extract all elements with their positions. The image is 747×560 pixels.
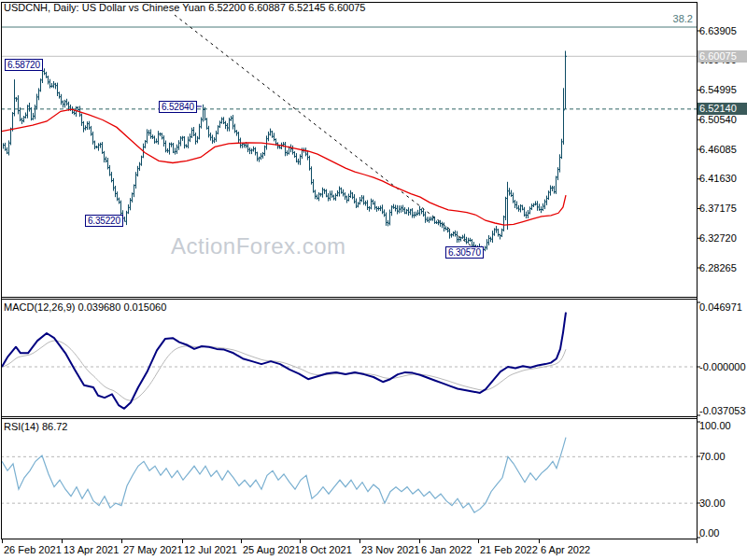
- price-marker-label[interactable]: 6.35220: [85, 215, 123, 227]
- macd-axis-label: -0.037053: [699, 405, 746, 416]
- rsi-indicator-label: RSI(14) 86.72: [4, 421, 67, 432]
- rsi-axis-label: 100.00: [699, 420, 731, 431]
- last-price-badge: 6.60075: [698, 50, 747, 63]
- price-axis-label: 6.28265: [699, 262, 737, 273]
- chart-title: USDCNH, Daily: US Dollar vs Chinese Yuan…: [4, 2, 365, 13]
- price-marker-label[interactable]: 6.52840: [159, 101, 197, 113]
- date-axis-label: 27 May 2021: [123, 544, 183, 555]
- price-axis-label: 6.37175: [699, 203, 737, 214]
- chart-window: USDCNH, Daily: US Dollar vs Chinese Yuan…: [0, 0, 747, 560]
- moving-average-line[interactable]: [2, 109, 566, 225]
- macd-axis-label: 0.046971: [699, 301, 742, 313]
- date-axis-label: 6 Apr 2022: [541, 544, 590, 555]
- date-axis-label: 8 Oct 2021: [302, 544, 352, 555]
- bid-price-badge: 6.52140: [698, 103, 747, 115]
- rsi-axis-label: 0.00: [699, 527, 719, 539]
- price-marker-label[interactable]: 6.30570: [445, 246, 484, 259]
- rsi-axis-label: 30.00: [699, 497, 726, 509]
- rsi-line[interactable]: [2, 438, 566, 512]
- price-marker-label[interactable]: 6.58720: [5, 59, 43, 71]
- price-axis-label: 6.32720: [699, 232, 737, 244]
- rsi-axis-label: 70.00: [699, 451, 726, 462]
- price-axis-label: 6.41630: [699, 173, 737, 184]
- date-axis-label: 26 Feb 2021: [4, 544, 62, 555]
- macd-axis-label: -0.000000: [699, 361, 746, 372]
- date-axis-label: 6 Jan 2022: [421, 544, 472, 555]
- date-axis-label: 23 Nov 2021: [361, 544, 419, 555]
- price-plot[interactable]: [0, 0, 747, 560]
- price-axis-label: 6.46085: [699, 144, 737, 155]
- descending-trendline[interactable]: [175, 15, 475, 249]
- fib-retracement-label: 38.2: [618, 13, 693, 24]
- macd-indicator-label: MACD(12,26,9) 0.039680 0.015060: [4, 301, 166, 313]
- price-axis-label: 6.50540: [699, 114, 737, 125]
- date-axis-label: 21 Feb 2022: [480, 544, 538, 555]
- date-axis-label: 12 Jul 2021: [184, 544, 237, 555]
- date-axis-label: 25 Aug 2021: [243, 544, 301, 555]
- macd-line[interactable]: [2, 313, 566, 409]
- date-axis-label: 13 Apr 2021: [63, 544, 119, 555]
- price-axis-label: 6.54995: [699, 84, 737, 95]
- price-axis-label: 6.63905: [699, 25, 737, 36]
